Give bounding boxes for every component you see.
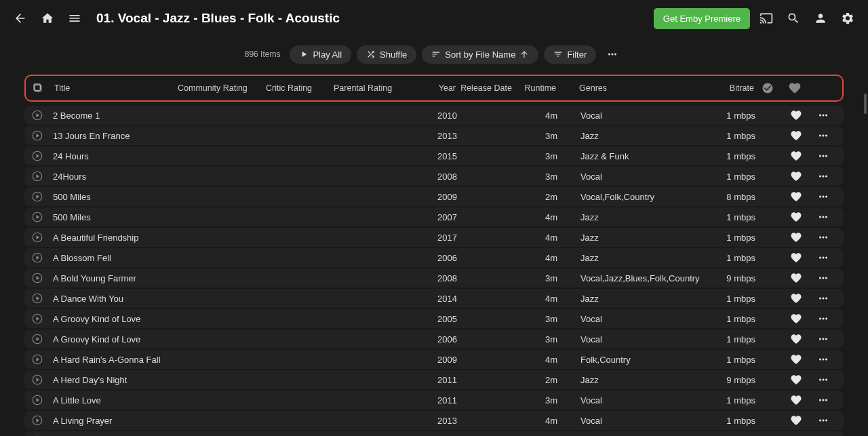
track-row[interactable]: A Beautiful Friendship20174mJazz1 mbps [24,228,844,247]
favorite-button[interactable] [783,170,810,182]
play-track-button[interactable] [31,313,50,325]
more-options-button[interactable] [601,43,623,65]
track-genres: Jazz [566,131,701,141]
favorite-button[interactable] [783,191,810,203]
track-more-button[interactable] [810,333,837,345]
play-track-button[interactable] [31,191,50,203]
track-runtime: 3m [518,273,566,283]
play-track-button[interactable] [31,211,50,223]
favorite-button[interactable] [783,272,810,284]
column-header-row: Title Community Rating Critic Rating Par… [24,75,844,102]
track-genres: Jazz [566,253,701,263]
cast-button[interactable] [755,7,777,29]
user-button[interactable] [810,7,831,29]
track-row[interactable]: 500 Miles20092mVocal,Folk,Country8 mbps [24,187,844,206]
play-track-button[interactable] [31,272,50,284]
column-favorite[interactable] [781,81,808,95]
track-more-button[interactable] [810,130,837,142]
column-genres[interactable]: Genres [564,83,700,93]
track-year: 2009 [416,355,457,365]
track-more-button[interactable] [810,374,837,386]
favorite-button[interactable] [783,292,810,304]
track-row[interactable]: 500 Miles20074mJazz1 mbps [24,207,844,226]
track-year: 2008 [416,172,457,182]
column-played[interactable] [754,82,781,94]
play-track-button[interactable] [31,333,50,345]
favorite-button[interactable] [783,211,810,223]
column-community-rating[interactable]: Community Rating [178,83,266,93]
favorite-button[interactable] [783,313,810,325]
home-button[interactable] [37,7,58,29]
track-row[interactable]: A Hard Rain's A-Gonna Fall20094mFolk,Cou… [24,350,844,369]
track-row[interactable]: 13 Jours En France20133mJazz1 mbps [24,126,844,145]
track-row[interactable]: A Bold Young Farmer20083mVocal,Jazz,Blue… [24,269,844,288]
favorite-button[interactable] [783,109,810,121]
favorite-button[interactable] [783,333,810,345]
track-row[interactable]: A Groovy Kind of Love20063mVocal1 mbps [24,330,844,349]
favorite-button[interactable] [783,130,810,142]
track-more-button[interactable] [810,252,837,264]
select-all-checkbox[interactable] [33,83,52,94]
favorite-button[interactable] [783,252,810,264]
track-more-button[interactable] [810,414,837,427]
play-track-button[interactable] [31,414,50,427]
track-more-button[interactable] [810,170,837,182]
play-track-button[interactable] [31,252,50,264]
column-title[interactable]: Title [52,83,178,93]
column-bitrate[interactable]: Bitrate [700,83,754,93]
track-row[interactable]: 2 Become 120104mVocal1 mbps [24,106,844,125]
favorite-button[interactable] [783,374,810,386]
track-runtime: 4m [518,212,566,222]
track-more-button[interactable] [810,109,837,121]
track-more-button[interactable] [810,150,837,162]
column-release-date[interactable]: Release Date [456,83,517,93]
track-genres: Folk,Country [566,355,701,365]
track-row[interactable]: A Herd Day's Night20112mJazz9 mbps [24,370,844,389]
track-row[interactable]: A Dance With You20144mJazz1 mbps [24,289,844,308]
favorite-button[interactable] [783,414,810,427]
favorite-button[interactable] [783,231,810,243]
column-parental-rating[interactable]: Parental Rating [334,83,415,93]
track-more-button[interactable] [810,394,837,406]
back-button[interactable] [9,7,31,29]
track-row[interactable]: A Groovy Kind of Love20053mVocal1 mbps [24,309,844,328]
track-row[interactable]: A Blossom Fell20064mJazz1 mbps [24,248,844,267]
shuffle-button[interactable]: Shuffle [357,45,416,64]
play-track-button[interactable] [31,109,50,121]
column-year[interactable]: Year [415,83,456,93]
play-track-button[interactable] [31,231,50,243]
play-track-button[interactable] [31,130,50,142]
track-year: 2014 [416,294,457,304]
track-row[interactable]: 24Hours20083mVocal1 mbps [24,167,844,186]
column-critic-rating[interactable]: Critic Rating [266,83,334,93]
get-premiere-button[interactable]: Get Emby Premiere [654,8,750,29]
track-row[interactable]: A Living Prayer20134mVocal1 mbps [24,411,844,430]
track-row[interactable]: 24 Hours20153mJazz & Funk1 mbps [24,146,844,165]
track-more-button[interactable] [810,211,837,223]
play-track-button[interactable] [31,170,50,182]
track-more-button[interactable] [810,313,837,325]
settings-button[interactable] [837,7,859,29]
track-more-button[interactable] [810,191,837,203]
menu-button[interactable] [64,7,85,29]
track-row[interactable]: A Little Love20113mVocal1 mbps [24,391,844,410]
search-button[interactable] [783,7,804,29]
track-more-button[interactable] [810,231,837,243]
play-track-button[interactable] [31,374,50,386]
track-more-button[interactable] [810,353,837,365]
play-track-button[interactable] [31,394,50,406]
favorite-button[interactable] [783,353,810,365]
scrollbar-thumb[interactable] [864,94,867,114]
favorite-button[interactable] [783,150,810,162]
column-runtime[interactable]: Runtime [517,83,564,93]
track-more-button[interactable] [810,272,837,284]
play-track-button[interactable] [31,150,50,162]
track-row[interactable]: A Song For You20048mJazz1 mbps [24,431,844,436]
track-more-button[interactable] [810,292,837,304]
favorite-button[interactable] [783,394,810,406]
filter-button[interactable]: Filter [544,45,596,64]
play-track-button[interactable] [31,292,50,304]
play-track-button[interactable] [31,353,50,365]
play-all-button[interactable]: Play All [290,45,351,64]
sort-button[interactable]: Sort by File Name [422,45,538,64]
